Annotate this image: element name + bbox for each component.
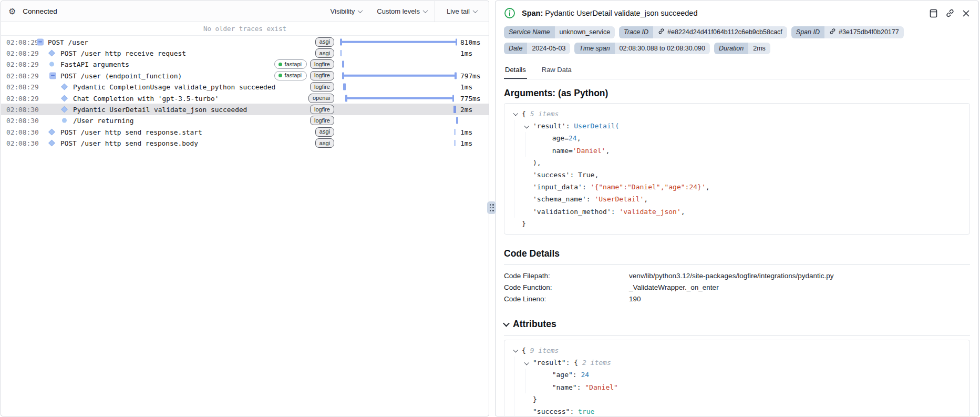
timing-bar-region: [340, 70, 457, 81]
trace-row-tags: logfire: [310, 116, 334, 125]
trace-row[interactable]: 02:08:30POST /user http send response.bo…: [1, 138, 489, 149]
trace-row[interactable]: 02:08:29Pydantic CompletionUsage validat…: [1, 82, 489, 93]
date-pill: Date2024-05-03: [504, 43, 570, 54]
code-line: { 9 items: [512, 344, 962, 357]
duration-tick: [340, 50, 342, 56]
code-line: name='Daniel',: [512, 145, 962, 157]
tab-details[interactable]: Details: [504, 63, 527, 79]
trace-row-tags: openai: [308, 94, 334, 103]
info-icon: [504, 7, 515, 19]
code-detail-row: Code Lineno:190: [504, 293, 970, 305]
tab-raw-data[interactable]: Raw Data: [541, 63, 573, 79]
trace-panel: ⚙ Connected Visibility Custom levels Liv…: [1, 1, 489, 416]
tag-label: Time span: [574, 43, 614, 54]
code-detail-label: Code Filepath:: [504, 270, 629, 282]
code-line: age=24,: [512, 132, 962, 144]
trace-row[interactable]: 02:08:30POST /user http send response.st…: [1, 126, 489, 137]
trace-row-label: POST /user http send response.body: [60, 139, 198, 147]
custom-levels-dropdown[interactable]: Custom levels: [369, 1, 435, 22]
timing-bar-region: [340, 138, 457, 149]
collapse-chevron-icon[interactable]: [525, 120, 533, 132]
timing-bar-region: [340, 115, 457, 126]
trace-row-tags: asgi: [315, 37, 334, 47]
link-icon: [658, 28, 665, 37]
duration-tick: [456, 117, 459, 124]
duration-label: 810ms: [460, 38, 481, 46]
span-detail-panel: Span: Pydantic UserDetail validate_json …: [495, 1, 979, 416]
service-name-pill: Service Nameunknown_service: [504, 26, 615, 38]
code-line: 'input_data': '{"name":"Daniel","age":24…: [512, 181, 962, 193]
collapse-toggle-icon[interactable]: [49, 72, 56, 79]
collapse-chevron-icon[interactable]: [514, 344, 522, 357]
tag-label: Trace ID: [619, 26, 653, 38]
tag-value[interactable]: #3e175db4f0b20177: [824, 26, 904, 38]
trace-row[interactable]: 02:08:29Chat Completion with 'gpt-3.5-tu…: [1, 93, 489, 104]
timing-bar-region: [340, 93, 457, 104]
trace-row-tags: asgi: [315, 127, 334, 137]
diamond-level-icon: [48, 140, 55, 147]
visibility-dropdown[interactable]: Visibility: [323, 1, 370, 22]
span-kind-label: Span:: [522, 9, 543, 17]
tag-value[interactable]: #e8224d24d41f064b112c6eb9cb58cacf: [653, 26, 787, 38]
code-details-heading: Code Details: [504, 248, 970, 265]
arguments-heading: Arguments: (as Python): [504, 88, 970, 99]
open-in-panel-icon[interactable]: [929, 9, 938, 18]
trace-row[interactable]: 02:08:29POST /user (endpoint_function)fa…: [1, 70, 489, 81]
tag-label: Span ID: [791, 26, 824, 38]
trace-row-time: 02:08:29: [6, 49, 39, 57]
live-tail-dropdown[interactable]: Live tail: [435, 1, 489, 22]
logfire-tag-badge: logfire: [310, 105, 334, 114]
trace-row[interactable]: 02:08:30/User returninglogfire: [1, 115, 489, 126]
code-line: }: [512, 393, 962, 405]
trace-row-tags: asgi: [315, 138, 334, 148]
settings-gear-icon[interactable]: ⚙: [8, 6, 16, 16]
duration-tick: [343, 84, 346, 90]
close-icon[interactable]: [962, 9, 970, 17]
tag-value: 02:08:30.088 to 02:08:30.090: [615, 43, 710, 54]
arguments-python-block: { 5 items'result': UserDetail( age=24, n…: [504, 103, 970, 235]
logfire-tag-badge: logfire: [310, 59, 334, 69]
duration-label: 797ms: [460, 72, 481, 79]
panel-resize-handle[interactable]: [487, 201, 496, 214]
code-line: "success": true: [512, 405, 962, 416]
no-older-traces-message: No older traces exist: [1, 22, 489, 36]
diamond-level-icon: [61, 106, 68, 113]
tag-value: 2ms: [748, 43, 770, 54]
circle-level-icon: [62, 118, 67, 123]
trace-id-pill: Trace ID#e8224d24d41f064b112c6eb9cb58cac…: [619, 26, 787, 38]
fastapi-tag-badge: fastapi: [274, 71, 307, 80]
duration-label: 1ms: [460, 128, 472, 136]
span-title: Span: Pydantic UserDetail validate_json …: [522, 9, 697, 17]
trace-row[interactable]: 02:08:30Pydantic UserDetail validate_jso…: [1, 104, 489, 115]
timing-bar-region: [340, 59, 457, 70]
span-title-text: Pydantic UserDetail validate_json succee…: [545, 9, 697, 17]
trace-list: 02:08:29POST /userasgi810ms02:08:29POST …: [1, 36, 489, 149]
attributes-json-block: { 9 items"result": { 2 items "age": 24 "…: [504, 340, 970, 416]
collapse-chevron-icon[interactable]: [514, 108, 522, 120]
connection-status: Connected: [23, 7, 57, 15]
span-id-pill: Span ID#3e175db4f0b20177: [791, 26, 904, 38]
attributes-section-toggle[interactable]: Attributes: [504, 319, 970, 335]
collapse-chevron-icon[interactable]: [525, 357, 533, 369]
diamond-level-icon: [61, 84, 68, 90]
chevron-down-icon: [422, 8, 428, 13]
trace-row-label: Chat Completion with 'gpt-3.5-turbo': [73, 94, 219, 102]
timing-bar-region: [340, 104, 457, 115]
trace-row[interactable]: 02:08:29POST /user http receive requesta…: [1, 47, 489, 58]
asgi-tag-badge: asgi: [315, 127, 334, 137]
trace-row[interactable]: 02:08:29FastAPI argumentsfastapilogfire: [1, 59, 489, 70]
live-tail-dropdown-label: Live tail: [447, 7, 470, 15]
attributes-heading: Attributes: [513, 319, 556, 330]
duration-pill: Duration2ms: [714, 43, 770, 54]
trace-row-label: Pydantic CompletionUsage validate_python…: [73, 83, 275, 91]
code-detail-label: Code Function:: [504, 282, 629, 293]
span-metadata-tags: Service Nameunknown_serviceTrace ID#e822…: [504, 26, 970, 54]
timing-bar-region: [340, 126, 457, 137]
trace-row-label: POST /user: [48, 38, 88, 46]
detail-tabs: Details Raw Data: [504, 63, 970, 79]
circle-level-icon: [49, 62, 54, 67]
collapse-toggle-icon[interactable]: [37, 38, 44, 45]
copy-link-icon[interactable]: [945, 8, 955, 18]
trace-row[interactable]: 02:08:29POST /userasgi810ms: [1, 36, 489, 47]
timing-bar-region: [340, 36, 457, 47]
